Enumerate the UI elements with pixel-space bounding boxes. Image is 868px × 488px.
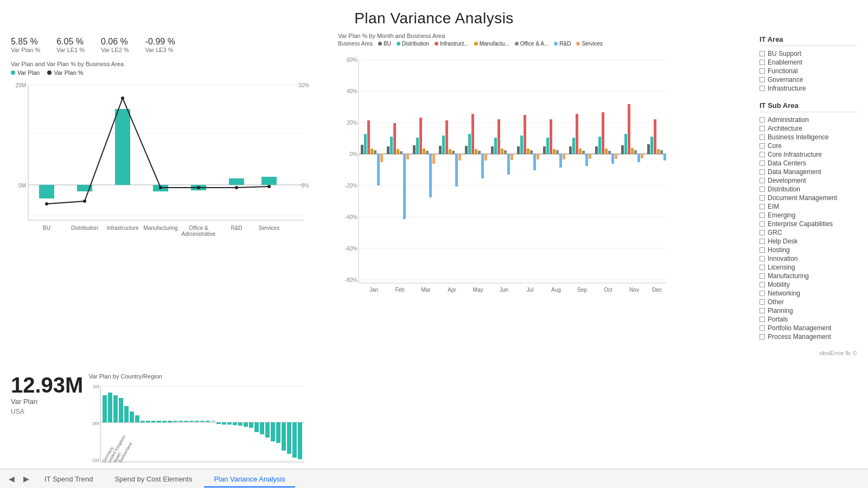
it-sub-area-checkbox-10[interactable] (760, 204, 765, 209)
jul-bu[interactable] (517, 146, 520, 154)
tab-next-button[interactable]: ▶ (20, 474, 33, 483)
it-sub-area-checkbox-22[interactable] (760, 308, 765, 313)
it-sub-area-checkbox-4[interactable] (760, 152, 765, 157)
feb-rnd[interactable] (403, 154, 406, 219)
country-bar-2[interactable] (113, 395, 118, 422)
jan-rnd[interactable] (377, 154, 380, 185)
country-bar-8[interactable] (146, 421, 150, 422)
jul-dist[interactable] (520, 136, 523, 154)
jan-infra[interactable] (367, 120, 370, 154)
oct-office[interactable] (608, 151, 611, 154)
sep-infra[interactable] (576, 114, 578, 154)
it-sub-area-checkbox-16[interactable] (760, 256, 765, 261)
it-sub-area-item-3[interactable]: Core (760, 142, 857, 150)
sep-mfg[interactable] (579, 149, 582, 154)
country-bar-34[interactable] (287, 422, 291, 454)
it-sub-area-checkbox-13[interactable] (760, 230, 765, 235)
it-sub-area-checkbox-19[interactable] (760, 282, 765, 287)
it-area-checkbox-3[interactable] (760, 77, 765, 82)
it-sub-area-checkbox-15[interactable] (760, 247, 765, 253)
it-sub-area-item-2[interactable]: Business Intelligence (760, 133, 857, 142)
aug-infra[interactable] (550, 119, 552, 154)
country-bar-28[interactable] (254, 422, 259, 432)
country-bar-25[interactable] (238, 422, 242, 426)
aug-mfg[interactable] (553, 149, 556, 154)
dec-office[interactable] (660, 150, 663, 154)
oct-bu[interactable] (595, 146, 598, 154)
it-area-checkbox-2[interactable] (760, 68, 765, 74)
it-sub-area-checkbox-25[interactable] (760, 334, 765, 339)
country-bar-18[interactable] (200, 421, 205, 422)
nov-dist[interactable] (624, 134, 627, 154)
it-sub-area-checkbox-9[interactable] (760, 195, 765, 201)
it-sub-area-item-12[interactable]: Enterprise Capabilities (760, 220, 857, 228)
country-bar-20[interactable] (211, 421, 215, 421)
it-sub-area-checkbox-3[interactable] (760, 143, 765, 149)
mar-office[interactable] (426, 151, 429, 154)
country-bar-36[interactable] (298, 422, 302, 459)
jun-dist[interactable] (494, 138, 497, 154)
oct-dist[interactable] (598, 137, 601, 154)
it-area-item-3[interactable]: Governance (760, 75, 857, 84)
mar-rnd[interactable] (429, 154, 432, 197)
country-bar-32[interactable] (276, 422, 280, 443)
it-sub-area-item-19[interactable]: Mobility (760, 280, 857, 289)
it-area-item-0[interactable]: BU Support (760, 49, 857, 58)
tab-prev-button[interactable]: ◀ (5, 474, 18, 483)
apr-bu[interactable] (439, 146, 442, 154)
ba-chart-svg[interactable]: 20M 0M 50% 0% (11, 79, 315, 236)
it-sub-area-checkbox-18[interactable] (760, 273, 765, 279)
country-bar-15[interactable] (184, 421, 188, 422)
jul-rnd[interactable] (533, 154, 536, 170)
aug-dist[interactable] (546, 138, 549, 154)
it-sub-area-item-0[interactable]: Administration (760, 115, 857, 124)
it-area-item-2[interactable]: Functional (760, 67, 857, 75)
it-sub-area-item-16[interactable]: Innovation (760, 254, 857, 263)
jul-mfg[interactable] (527, 149, 529, 154)
oct-infra[interactable] (602, 112, 604, 154)
dec-mfg[interactable] (657, 149, 660, 154)
it-sub-area-item-14[interactable]: Help Desk (760, 237, 857, 246)
tab-spend-by-cost[interactable]: Spend by Cost Elements (105, 472, 202, 487)
apr-mfg[interactable] (449, 149, 451, 154)
country-bar-9[interactable] (151, 421, 156, 422)
jun-office[interactable] (504, 150, 507, 154)
it-sub-area-item-7[interactable]: Development (760, 176, 857, 185)
it-sub-area-checkbox-6[interactable] (760, 169, 765, 175)
dec-infra[interactable] (654, 119, 656, 154)
it-sub-area-item-17[interactable]: Licensing (760, 263, 857, 272)
jul-infra[interactable] (524, 115, 526, 154)
may-infra[interactable] (471, 114, 474, 154)
apr-office[interactable] (452, 151, 455, 154)
tab-plan-variance[interactable]: Plan Variance Analysis (204, 472, 295, 487)
mar-infra[interactable] (419, 118, 422, 154)
jun-services[interactable] (510, 154, 513, 160)
ba-bar-infrastructure[interactable] (115, 109, 130, 185)
oct-services[interactable] (615, 154, 617, 159)
nov-infra[interactable] (628, 104, 630, 154)
country-bar-30[interactable] (265, 422, 270, 438)
sep-services[interactable] (589, 154, 591, 159)
jul-office[interactable] (530, 150, 533, 154)
it-sub-area-item-9[interactable]: Document Management (760, 194, 857, 202)
feb-infra[interactable] (393, 123, 396, 154)
apr-services[interactable] (458, 154, 461, 160)
mar-services[interactable] (432, 154, 435, 164)
ba-bar-rnd[interactable] (229, 178, 244, 185)
it-sub-area-checkbox-14[interactable] (760, 239, 765, 244)
it-sub-area-item-25[interactable]: Process Management (760, 332, 857, 341)
it-area-item-1[interactable]: Enablement (760, 58, 857, 67)
monthly-chart-svg[interactable]: 60% 40% 20% 0% -20% -40% -60% -80% (338, 50, 669, 321)
oct-mfg[interactable] (605, 149, 608, 154)
it-sub-area-item-15[interactable]: Hosting (760, 246, 857, 254)
it-sub-area-item-13[interactable]: GRC (760, 228, 857, 237)
country-bar-7[interactable] (141, 421, 145, 422)
may-bu[interactable] (465, 146, 468, 154)
country-bar-35[interactable] (292, 422, 297, 458)
may-dist[interactable] (468, 134, 471, 154)
it-sub-area-checkbox-1[interactable] (760, 126, 765, 131)
it-sub-area-checkbox-21[interactable] (760, 299, 765, 305)
it-area-checkbox-4[interactable] (760, 86, 765, 91)
may-services[interactable] (484, 154, 487, 160)
tab-it-spend-trend[interactable]: IT Spend Trend (35, 472, 103, 487)
